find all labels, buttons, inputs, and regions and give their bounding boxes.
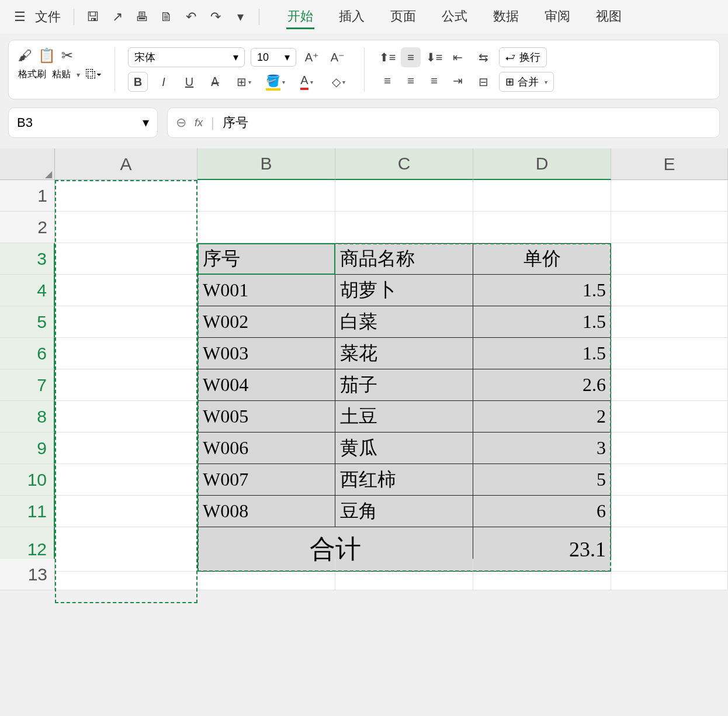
undo-icon[interactable]: ↶	[182, 8, 200, 26]
preview-icon[interactable]: 🗎	[157, 8, 176, 26]
row-header[interactable]: 6	[0, 338, 55, 369]
cell[interactable]	[611, 212, 728, 243]
fill-color-button[interactable]: 🪣	[262, 72, 288, 92]
cell[interactable]	[611, 559, 728, 590]
cell[interactable]	[55, 180, 197, 212]
row-header[interactable]: 4	[0, 275, 55, 306]
cell[interactable]	[611, 338, 728, 369]
orientation-button[interactable]: ⊟	[473, 72, 493, 92]
cell[interactable]	[611, 433, 728, 464]
row-header[interactable]: 8	[0, 401, 55, 433]
share-icon[interactable]: ↗	[108, 8, 127, 26]
cell[interactable]	[611, 464, 728, 496]
strikethrough-button[interactable]: A̶	[205, 72, 225, 92]
cell[interactable]	[335, 212, 473, 243]
cell-c4[interactable]: 胡萝卜	[335, 275, 473, 306]
cell[interactable]	[55, 212, 197, 243]
cell[interactable]	[55, 275, 197, 306]
col-header-b[interactable]: B	[197, 148, 335, 180]
cell[interactable]	[55, 243, 197, 275]
cell-d9[interactable]: 3	[473, 433, 611, 464]
cell-d3[interactable]: 单价	[473, 243, 611, 275]
cell-d11[interactable]: 6	[473, 496, 611, 527]
cell[interactable]	[55, 496, 197, 527]
cell[interactable]	[335, 559, 473, 590]
cut-button[interactable]: ✂	[61, 47, 73, 64]
hamburger-icon[interactable]: ☰	[11, 8, 29, 26]
align-top-button[interactable]: ⬆≡	[377, 47, 397, 67]
align-center-button[interactable]: ≡	[401, 71, 421, 91]
format-painter-button[interactable]: 🖌	[18, 47, 32, 64]
tab-start[interactable]: 开始	[286, 5, 314, 29]
fx-icon[interactable]: fx	[195, 117, 203, 129]
cell-d8[interactable]: 2	[473, 401, 611, 433]
merge-button[interactable]: ⊞ 合并	[499, 72, 554, 92]
increase-indent-button[interactable]: ⇥	[448, 71, 467, 91]
cell-c9[interactable]: 黄瓜	[335, 433, 473, 464]
row-header[interactable]: 2	[0, 212, 55, 243]
font-color-button[interactable]: A	[294, 72, 320, 92]
cell[interactable]	[611, 306, 728, 338]
name-box[interactable]: B3 ▾	[8, 108, 158, 138]
file-menu[interactable]: 文件	[35, 8, 61, 26]
col-header-c[interactable]: C	[335, 148, 473, 180]
cell[interactable]	[55, 433, 197, 464]
row-header[interactable]: 11	[0, 496, 55, 527]
cell-b8[interactable]: W005	[197, 401, 335, 433]
row-header[interactable]: 9	[0, 433, 55, 464]
cell-b4[interactable]: W001	[197, 275, 335, 306]
cell[interactable]	[611, 369, 728, 401]
cell[interactable]	[611, 180, 728, 212]
cell[interactable]	[55, 464, 197, 496]
align-right-button[interactable]: ≡	[424, 71, 444, 91]
border-button[interactable]: ⊞	[231, 72, 256, 92]
cancel-icon[interactable]: ⊖	[176, 115, 186, 130]
font-size-select[interactable]: 10 ▾	[251, 48, 296, 67]
cell-d7[interactable]: 2.6	[473, 369, 611, 401]
bold-button[interactable]: B	[128, 72, 148, 92]
cell[interactable]	[611, 243, 728, 275]
cell[interactable]	[611, 496, 728, 527]
cell[interactable]	[55, 559, 197, 590]
copy-icon[interactable]: ⿻▾	[86, 68, 102, 81]
cell-d6[interactable]: 1.5	[473, 338, 611, 369]
cell-b5[interactable]: W002	[197, 306, 335, 338]
cell[interactable]	[55, 306, 197, 338]
wrap-text-button[interactable]: ⮐ 换行	[499, 47, 547, 67]
dropdown-icon[interactable]: ▾	[231, 8, 249, 26]
cell[interactable]	[611, 275, 728, 306]
row-header[interactable]: 13	[0, 559, 55, 590]
increase-font-button[interactable]: A⁺	[302, 47, 322, 67]
cell-b3[interactable]: 序号	[197, 243, 335, 275]
tab-formula[interactable]: 公式	[441, 5, 469, 29]
tab-insert[interactable]: 插入	[338, 5, 366, 29]
tab-data[interactable]: 数据	[492, 5, 520, 29]
cell[interactable]	[473, 559, 611, 590]
cell[interactable]	[55, 369, 197, 401]
cell[interactable]	[611, 401, 728, 433]
decrease-font-button[interactable]: A⁻	[328, 47, 348, 67]
cell-c3[interactable]: 商品名称	[335, 243, 473, 275]
tab-review[interactable]: 审阅	[543, 5, 571, 29]
col-header-d[interactable]: D	[473, 148, 611, 180]
row-header[interactable]: 7	[0, 369, 55, 401]
cell-b7[interactable]: W004	[197, 369, 335, 401]
cell[interactable]	[473, 180, 611, 212]
indent-out-button[interactable]: ⇆	[473, 47, 493, 67]
cell-b11[interactable]: W008	[197, 496, 335, 527]
cell-c8[interactable]: 土豆	[335, 401, 473, 433]
tab-page[interactable]: 页面	[389, 5, 417, 29]
select-all-corner[interactable]	[0, 148, 55, 180]
cell[interactable]	[55, 338, 197, 369]
cell[interactable]	[197, 559, 335, 590]
cell-c10[interactable]: 西红柿	[335, 464, 473, 496]
cell-b9[interactable]: W006	[197, 433, 335, 464]
cell-c7[interactable]: 茄子	[335, 369, 473, 401]
cell[interactable]	[197, 180, 335, 212]
cell-d10[interactable]: 5	[473, 464, 611, 496]
row-header[interactable]: 5	[0, 306, 55, 338]
align-bottom-button[interactable]: ⬇≡	[424, 47, 444, 67]
save-icon[interactable]: 🖫	[84, 8, 102, 26]
italic-button[interactable]: I	[154, 72, 174, 92]
cell-d5[interactable]: 1.5	[473, 306, 611, 338]
